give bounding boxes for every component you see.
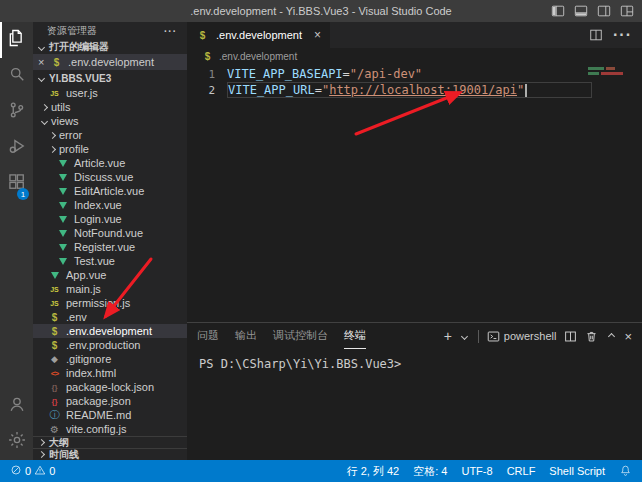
status-encoding[interactable]: UTF-8: [461, 465, 492, 477]
tree-item-label: Test.vue: [74, 255, 115, 267]
vscode-window: .env.development - Yi.BBS.Vue3 - Visual …: [0, 0, 642, 482]
tree-item-package.json[interactable]: package.json: [33, 394, 187, 408]
tree-item-EditArticle.vue[interactable]: EditArticle.vue: [33, 184, 187, 198]
files-icon: [7, 28, 27, 52]
split-terminal-icon[interactable]: [564, 330, 577, 343]
activity-item-account[interactable]: [0, 388, 33, 424]
panel-tabs: 问题输出调试控制台终端: [197, 323, 382, 349]
tree-item-error[interactable]: error: [33, 128, 187, 142]
vue-file-icon: [56, 241, 69, 253]
status-indentation[interactable]: 空格: 4: [413, 464, 447, 479]
tree-item-label: .env.development: [66, 325, 152, 337]
activity-item-extensions[interactable]: 1: [0, 166, 33, 202]
breadcrumb[interactable]: .env.development: [187, 48, 642, 64]
activity-item-explorer[interactable]: [0, 22, 33, 58]
toggle-panel-icon[interactable]: [574, 4, 588, 18]
tree-item-App.vue[interactable]: App.vue: [33, 268, 187, 282]
project-root-header[interactable]: YI.BBS.VUE3: [33, 70, 187, 86]
code-line-2[interactable]: 2VITE_APP_URL="http://localhost:19001/ap…: [187, 82, 642, 98]
search-icon: [7, 64, 27, 88]
tree-item-Login.vue[interactable]: Login.vue: [33, 212, 187, 226]
js-file-icon: [48, 297, 61, 309]
tree-item-permission.js[interactable]: permission.js: [33, 296, 187, 310]
tree-item-label: Register.vue: [74, 241, 135, 253]
minimap-line-1: [588, 67, 632, 70]
toggle-secondary-sidebar-icon[interactable]: [597, 4, 611, 18]
activity-item-settings[interactable]: [0, 424, 33, 460]
tree-item-index.html[interactable]: index.html: [33, 366, 187, 380]
notifications-bell-icon[interactable]: [619, 464, 632, 479]
tree-item-main.js[interactable]: main.js: [33, 282, 187, 296]
maximize-panel-icon[interactable]: [606, 331, 616, 341]
tree-item-Article.vue[interactable]: Article.vue: [33, 156, 187, 170]
tree-item-README.md[interactable]: README.md: [33, 408, 187, 422]
terminal-content[interactable]: PS D:\CSharp\Yi\Yi.BBS.Vue3>: [187, 349, 642, 460]
tree-item-.env[interactable]: .env: [33, 310, 187, 324]
terminal-dropdown-icon[interactable]: [460, 331, 470, 341]
window-title: .env.development - Yi.BBS.Vue3 - Visual …: [190, 5, 452, 17]
close-icon[interactable]: ×: [38, 57, 50, 68]
close-panel-icon[interactable]: ×: [624, 329, 632, 344]
editor-actions: ···: [589, 22, 642, 48]
tree-item-Index.vue[interactable]: Index.vue: [33, 198, 187, 212]
close-icon[interactable]: ×: [314, 29, 321, 41]
kill-terminal-icon[interactable]: [585, 330, 598, 343]
problems-indicator[interactable]: 0 0: [10, 464, 55, 478]
more-actions-icon[interactable]: ···: [613, 26, 632, 44]
tree-item-vite.config.js[interactable]: vite.config.js: [33, 422, 187, 436]
editor-group: .env.development × ··· .env.development …: [187, 22, 642, 460]
tree-item-NotFound.vue[interactable]: NotFound.vue: [33, 226, 187, 240]
timeline-section-header[interactable]: 时间线: [33, 448, 187, 460]
new-terminal-icon[interactable]: +: [444, 328, 452, 344]
panel-tab-problems[interactable]: 问题: [197, 323, 219, 349]
tree-item-Register.vue[interactable]: Register.vue: [33, 240, 187, 254]
code-editor[interactable]: 1VITE_APP_BASEAPI="/api-dev"2VITE_APP_UR…: [187, 64, 642, 322]
tree-item-.gitignore[interactable]: .gitignore: [33, 352, 187, 366]
tree-item-label: README.md: [66, 409, 131, 421]
token-variable: VITE_APP_URL: [228, 83, 315, 97]
tree-item-label: permission.js: [66, 297, 130, 309]
tree-item-utils[interactable]: utils: [33, 100, 187, 114]
sidebar-title-row: 资源管理器 ···: [33, 22, 187, 40]
sidebar-title: 资源管理器: [47, 24, 97, 38]
more-actions-icon[interactable]: ···: [164, 26, 177, 37]
vue-file-icon: [56, 199, 69, 211]
panel-tab-terminal[interactable]: 终端: [344, 323, 366, 349]
tree-item-Test.vue[interactable]: Test.vue: [33, 254, 187, 268]
tab-env-development[interactable]: .env.development ×: [187, 22, 330, 48]
tree-item-label: views: [51, 115, 79, 127]
terminal-profile[interactable]: powershell: [487, 330, 557, 343]
split-editor-icon[interactable]: [589, 28, 603, 42]
tree-item-package-lock.json[interactable]: package-lock.json: [33, 380, 187, 394]
tree-item-Discuss.vue[interactable]: Discuss.vue: [33, 170, 187, 184]
minimap[interactable]: [588, 67, 632, 77]
tree-item-user.js[interactable]: user.js: [33, 86, 187, 100]
code-lines: 1VITE_APP_BASEAPI="/api-dev"2VITE_APP_UR…: [187, 66, 642, 98]
code-line-1[interactable]: 1VITE_APP_BASEAPI="/api-dev": [187, 66, 642, 82]
status-eol[interactable]: CRLF: [507, 465, 536, 477]
tree-item-.env.development[interactable]: .env.development: [33, 324, 187, 338]
tree-item-.env.production[interactable]: .env.production: [33, 338, 187, 352]
activity-item-search[interactable]: [0, 58, 33, 94]
tree-item-profile[interactable]: profile: [33, 142, 187, 156]
status-language-mode[interactable]: Shell Script: [549, 465, 605, 477]
outline-section-header[interactable]: 大纲: [33, 436, 187, 448]
token-variable: VITE_APP_BASEAPI: [227, 67, 343, 81]
panel-tab-output[interactable]: 输出: [235, 323, 257, 349]
tree-item-label: Article.vue: [74, 157, 125, 169]
activity-item-source-control[interactable]: [0, 94, 33, 130]
gear-file-icon: [48, 423, 61, 435]
open-editor-label: .env.development: [68, 56, 154, 68]
error-icon: [10, 464, 22, 478]
toggle-sidebar-icon[interactable]: [551, 4, 565, 18]
tree-item-views[interactable]: views: [33, 114, 187, 128]
project-root-label: YI.BBS.VUE3: [49, 73, 111, 84]
open-editors-section-header[interactable]: 打开的编辑器: [33, 40, 187, 54]
status-cursor-position[interactable]: 行 2, 列 42: [347, 464, 400, 479]
open-editor-item[interactable]: × .env.development: [33, 54, 187, 70]
panel-tab-debug-console[interactable]: 调试控制台: [273, 323, 328, 349]
activity-item-run-debug[interactable]: [0, 130, 33, 166]
customize-layout-icon[interactable]: [620, 4, 634, 18]
bottom-panel: 问题输出调试控制台终端 + powershell: [187, 322, 642, 460]
js-file-icon: [48, 283, 61, 295]
